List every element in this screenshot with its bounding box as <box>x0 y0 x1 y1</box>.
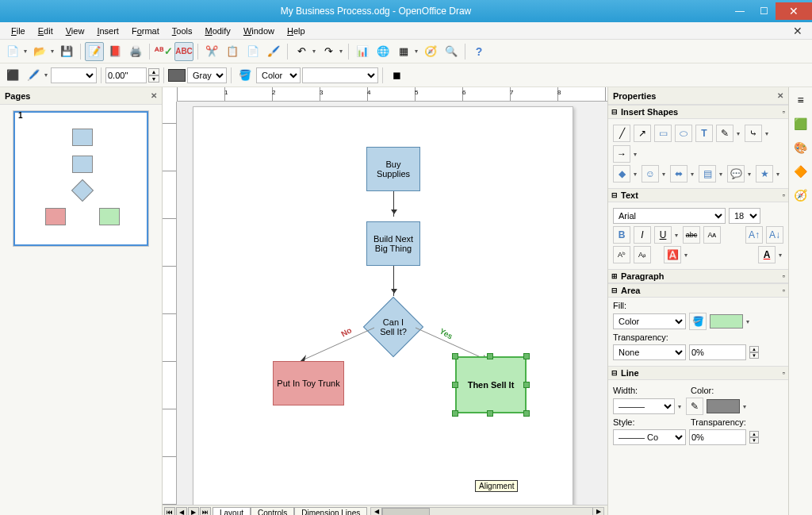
line-color-combo[interactable]: Gray 6 <box>187 67 227 83</box>
table-button[interactable]: ▦ <box>394 42 413 61</box>
shadow-button[interactable]: ◼ <box>387 66 406 85</box>
arrow-style-combo[interactable] <box>51 67 97 83</box>
new-button[interactable]: 📄 <box>3 42 22 61</box>
hyperlink-button[interactable]: 🌐 <box>373 42 393 61</box>
line-width-combo[interactable]: ——— <box>613 398 675 414</box>
ltransp-up[interactable]: ▲ <box>749 431 759 437</box>
arrow-tool[interactable]: ↗ <box>634 125 651 142</box>
ellipse-tool[interactable]: ⬭ <box>675 125 692 142</box>
sidebar-styles[interactable]: 🔶 <box>791 162 810 181</box>
line-color-pencil[interactable]: ✎ <box>686 398 703 415</box>
highlight-button[interactable]: 🅰️ <box>664 246 681 263</box>
line-transp-input[interactable] <box>689 429 746 445</box>
spellcheck-button[interactable]: ᴬᴮ✓ <box>154 42 173 61</box>
transp-down[interactable]: ▼ <box>749 352 759 359</box>
menu-file[interactable]: File <box>5 25 32 37</box>
handle-s[interactable] <box>487 410 493 417</box>
callout-shapes[interactable]: 💬 <box>727 165 745 183</box>
copy-button[interactable]: 📋 <box>223 42 242 61</box>
properties-panel-close[interactable]: ✕ <box>777 91 783 100</box>
star-shapes[interactable]: ★ <box>756 165 773 183</box>
menu-window[interactable]: Window <box>237 25 281 37</box>
transparency-value-input[interactable] <box>689 344 746 360</box>
handle-se[interactable] <box>523 410 530 417</box>
handle-nw[interactable] <box>452 353 458 359</box>
sidebar-navigator[interactable]: 🎨 <box>791 138 810 157</box>
section-paragraph[interactable]: ⊞Paragraph▫ <box>608 269 788 283</box>
menu-tools[interactable]: Tools <box>166 25 199 37</box>
paste-button[interactable]: 📄 <box>243 42 262 61</box>
connector-tool[interactable]: ⤷ <box>745 125 762 142</box>
arrow-1[interactable] <box>393 191 394 217</box>
line-style-combo[interactable]: ——— Co <box>613 429 686 445</box>
shape-build[interactable]: Build Next Big Thing <box>366 221 420 266</box>
table-dropdown[interactable]: ▾ <box>413 48 419 55</box>
section-line[interactable]: ⊟Line▫ <box>608 366 788 380</box>
tab-first[interactable]: ⏮ <box>164 507 175 516</box>
basic-shapes[interactable]: ◆ <box>613 165 630 183</box>
redo-dropdown[interactable]: ▾ <box>338 48 344 55</box>
transparency-type-combo[interactable]: None <box>613 344 686 360</box>
tab-prev[interactable]: ◀ <box>176 507 187 516</box>
open-button[interactable]: 📂 <box>30 42 49 61</box>
new-dropdown[interactable]: ▾ <box>22 48 29 55</box>
menu-view[interactable]: View <box>59 25 91 37</box>
tab-dimension[interactable]: Dimension Lines <box>294 507 367 516</box>
sub-button[interactable]: Aᵦ <box>634 246 651 263</box>
export-pdf-button[interactable]: 📕 <box>105 42 124 61</box>
shadow-text-button[interactable]: Aᴀ <box>703 226 721 244</box>
undo-button[interactable]: ↶ <box>292 42 311 61</box>
menu-insert[interactable]: Insert <box>90 25 125 37</box>
super-button[interactable]: Aᵇ <box>613 246 630 263</box>
flowchart-shapes[interactable]: ▤ <box>699 165 716 183</box>
auto-spellcheck-button[interactable]: ABC <box>174 42 193 61</box>
shrink-font-button[interactable]: A↓ <box>766 226 783 244</box>
tab-next[interactable]: ▶ <box>188 507 199 516</box>
open-dropdown[interactable]: ▾ <box>49 48 56 55</box>
handle-e[interactable] <box>523 382 530 388</box>
grow-font-button[interactable]: A↑ <box>745 226 763 244</box>
section-area[interactable]: ⊟Area▫ <box>608 283 788 298</box>
block-arrows[interactable]: ⬌ <box>670 165 688 183</box>
close-document-button[interactable]: ✕ <box>788 25 807 37</box>
marker-dropdown[interactable]: ▾ <box>43 71 49 79</box>
line-tool[interactable]: ╱ <box>613 125 630 142</box>
italic-button[interactable]: I <box>634 226 651 244</box>
text-tool[interactable]: T <box>695 125 713 142</box>
arrange-button[interactable]: ⬛ <box>3 66 22 85</box>
font-color-button[interactable]: A <box>758 246 776 263</box>
sidebar-functions[interactable]: 🧭 <box>791 186 810 205</box>
curve-tool[interactable]: ✎ <box>716 125 733 142</box>
strike-button[interactable]: abc <box>683 226 700 244</box>
minimize-button[interactable]: — <box>728 2 752 20</box>
tab-layout[interactable]: Layout <box>213 507 251 516</box>
menu-edit[interactable]: Edit <box>32 25 59 37</box>
transp-up[interactable]: ▲ <box>749 346 759 352</box>
cut-button[interactable]: ✂️ <box>202 42 221 61</box>
zoom-button[interactable]: 🔍 <box>442 42 461 61</box>
line-color-swatch[interactable] <box>168 69 186 82</box>
format-paintbrush-button[interactable]: 🖌️ <box>264 42 283 61</box>
help-button[interactable]: ? <box>469 42 488 61</box>
handle-n[interactable] <box>487 353 493 359</box>
menu-modify[interactable]: Modify <box>198 25 236 37</box>
undo-dropdown[interactable]: ▾ <box>311 48 317 55</box>
tab-last[interactable]: ⏭ <box>200 507 211 516</box>
line-color-swatch[interactable] <box>707 399 740 413</box>
maximize-button[interactable]: ☐ <box>752 2 776 20</box>
fill-color-combo[interactable] <box>302 67 378 83</box>
sidebar-properties[interactable]: ≡ <box>791 90 810 110</box>
handle-sw[interactable] <box>452 410 458 417</box>
menu-format[interactable]: Format <box>125 25 166 37</box>
symbol-shapes[interactable]: ☺ <box>642 165 659 183</box>
handle-ne[interactable] <box>523 353 530 359</box>
font-size-combo[interactable]: 18 <box>729 208 760 224</box>
pages-panel-close[interactable]: ✕ <box>151 91 157 100</box>
shape-put-trunk[interactable]: Put In Toy Trunk <box>273 361 344 405</box>
page-thumbnail-1[interactable]: 1 <box>13 111 148 246</box>
fill-type-combo[interactable]: Color <box>613 313 686 329</box>
redo-button[interactable]: ↷ <box>319 42 338 61</box>
arrow-2[interactable] <box>393 266 394 296</box>
print-button[interactable]: 🖨️ <box>126 42 145 61</box>
fill-color-swatch[interactable] <box>710 314 743 329</box>
